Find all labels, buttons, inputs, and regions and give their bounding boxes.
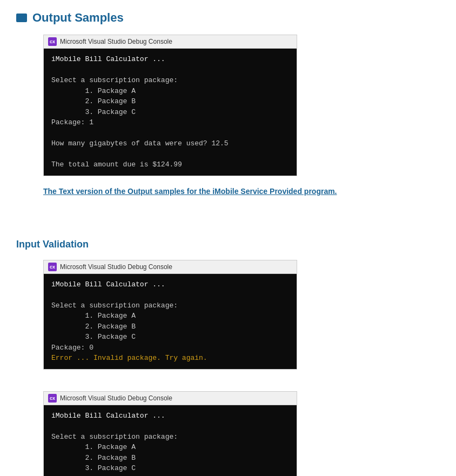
input-console-1-title: Microsoft Visual Studio Debug Console xyxy=(60,263,172,271)
console-line: iMobile Bill Calculator ... xyxy=(51,54,289,65)
input-console-1-titlebar: cx Microsoft Visual Studio Debug Console xyxy=(44,260,297,274)
console-line xyxy=(51,421,289,432)
console-line: 3. Package C xyxy=(51,107,289,118)
console-line xyxy=(51,65,289,76)
console-line xyxy=(51,290,289,300)
console-1-icon: cx xyxy=(48,37,57,46)
console-line: Select a subscription package: xyxy=(51,75,289,86)
console-line: 1. Package A xyxy=(51,86,289,97)
output-samples-link[interactable]: The Text version of the Output samples f… xyxy=(43,187,440,196)
console-1-body: iMobile Bill Calculator ... Select a sub… xyxy=(44,49,297,176)
console-1-title: Microsoft Visual Studio Debug Console xyxy=(60,38,172,45)
console-line: iMobile Bill Calculator ... xyxy=(51,411,289,421)
output-samples-section: Output Samples cx Microsoft Visual Studi… xyxy=(16,11,440,196)
console-line xyxy=(51,149,289,160)
console-line: 2. Package B xyxy=(51,453,289,464)
console-line: How many gigabytes of data were used? 12… xyxy=(51,138,289,149)
folder-icon xyxy=(16,14,27,22)
input-console-2-title: Microsoft Visual Studio Debug Console xyxy=(60,394,172,402)
console-line: Package: 0 xyxy=(51,343,289,353)
input-validation-title: Input Validation xyxy=(16,239,440,250)
console-line: Select a subscription package: xyxy=(51,432,289,443)
console-line: 1. Package A xyxy=(51,311,289,321)
console-line: 1. Package A xyxy=(51,442,289,453)
output-console-1: cx Microsoft Visual Studio Debug Console… xyxy=(43,35,297,176)
console-line: Select a subscription package: xyxy=(51,300,289,311)
console-line: iMobile Bill Calculator ... xyxy=(51,279,289,290)
input-validation-section: Input Validation cx Microsoft Visual Stu… xyxy=(16,239,440,477)
input-console-1-icon: cx xyxy=(48,263,57,271)
console-line: 3. Package C xyxy=(51,332,289,343)
output-samples-title: Output Samples xyxy=(16,11,440,25)
console-line: 2. Package B xyxy=(51,321,289,332)
console-line: The total amount due is $124.99 xyxy=(51,159,289,170)
console-line: 3. Package C xyxy=(51,463,289,474)
console-line xyxy=(51,128,289,139)
console-line: 2. Package B xyxy=(51,96,289,107)
input-console-1-body: iMobile Bill Calculator ... Select a sub… xyxy=(44,274,297,369)
console-line: Error ... Invalid package. Try again. xyxy=(51,353,289,364)
console-line: Package: 2 xyxy=(51,474,289,477)
input-console-2-icon: cx xyxy=(48,394,57,403)
input-validation-console-2: cx Microsoft Visual Studio Debug Console… xyxy=(43,391,297,477)
input-console-2-titlebar: cx Microsoft Visual Studio Debug Console xyxy=(44,392,297,405)
console-1-titlebar: cx Microsoft Visual Studio Debug Console xyxy=(44,35,297,49)
console-line: Package: 1 xyxy=(51,117,289,128)
input-console-2-body: iMobile Bill Calculator ... Select a sub… xyxy=(44,405,297,477)
input-validation-console-1: cx Microsoft Visual Studio Debug Console… xyxy=(43,260,297,370)
